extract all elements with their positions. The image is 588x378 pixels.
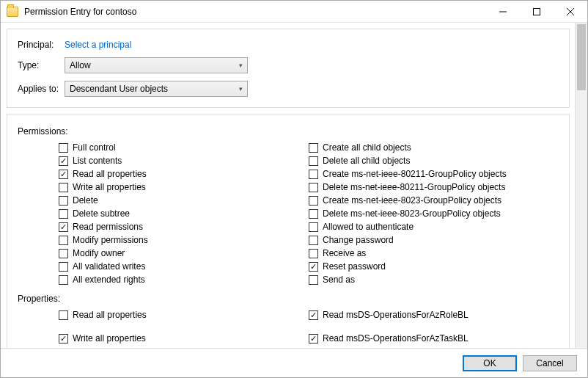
vertical-scrollbar[interactable]	[575, 23, 587, 348]
dialog-footer: OK Cancel	[1, 348, 587, 377]
property-row: Read all properties	[59, 308, 309, 321]
permission-checkbox[interactable]	[309, 262, 318, 272]
permission-row: Delete	[59, 194, 309, 207]
permission-row: Delete ms-net-ieee-8023-GroupPolicy obje…	[309, 207, 559, 220]
permission-label: Modify owner	[73, 248, 125, 258]
type-label: Type:	[18, 60, 65, 70]
property-checkbox[interactable]	[59, 310, 68, 320]
permission-checkbox[interactable]	[309, 249, 318, 258]
permission-checkbox[interactable]	[59, 222, 68, 232]
permission-checkbox[interactable]	[309, 183, 318, 192]
permission-checkbox[interactable]	[309, 222, 318, 232]
permission-checkbox[interactable]	[59, 196, 68, 206]
permission-row: Create ms-net-ieee-8023-GroupPolicy obje…	[309, 194, 559, 207]
permission-row: All extended rights	[59, 273, 309, 286]
close-button[interactable]	[554, 1, 587, 23]
ok-button-label: OK	[483, 358, 496, 368]
permission-checkbox[interactable]	[309, 143, 318, 153]
property-row: Write all properties	[59, 332, 309, 345]
permission-checkbox[interactable]	[59, 209, 68, 219]
chevron-down-icon: ▾	[239, 62, 243, 69]
permission-label: Read permissions	[73, 222, 143, 232]
property-label: Read all properties	[73, 310, 147, 320]
permission-label: Create ms-net-ieee-80211-GroupPolicy obj…	[323, 169, 507, 179]
folder-icon	[7, 7, 18, 17]
permission-row: Reset password	[309, 260, 559, 273]
ok-button[interactable]: OK	[463, 355, 517, 371]
permission-label: Full control	[73, 142, 116, 153]
permission-row: Create all child objects	[309, 141, 559, 154]
permission-row: Read all properties	[59, 167, 309, 181]
permission-label: All extended rights	[73, 275, 145, 285]
svg-rect-1	[534, 8, 540, 15]
permission-row: List contents	[59, 154, 309, 167]
permission-label: Delete ms-net-ieee-80211-GroupPolicy obj…	[323, 182, 505, 192]
permission-label: Write all properties	[73, 182, 146, 192]
permission-checkbox[interactable]	[59, 262, 68, 272]
principal-label: Principal:	[18, 40, 65, 50]
permission-checkbox[interactable]	[309, 275, 318, 285]
permission-row: Change password	[309, 233, 559, 247]
permission-label: List contents	[73, 156, 122, 166]
permission-row: Create ms-net-ieee-80211-GroupPolicy obj…	[309, 167, 559, 181]
permission-checkbox[interactable]	[59, 249, 68, 258]
property-row: Read msDS-OperationsForAzTaskBL	[309, 332, 559, 345]
type-select[interactable]: Allow ▾	[65, 57, 248, 73]
titlebar: Permission Entry for contoso	[1, 1, 587, 23]
principal-panel: Principal: Select a principal Type: Allo…	[7, 29, 570, 108]
permission-label: Delete all child objects	[323, 156, 410, 166]
permission-label: Reset password	[323, 261, 386, 272]
permission-row: Delete subtree	[59, 207, 309, 220]
permission-checkbox[interactable]	[59, 156, 68, 166]
permission-checkbox[interactable]	[59, 170, 68, 179]
permission-checkbox[interactable]	[59, 183, 68, 192]
permission-label: Delete	[73, 195, 98, 206]
client-area: Principal: Select a principal Type: Allo…	[1, 23, 587, 348]
permission-label: Delete ms-net-ieee-8023-GroupPolicy obje…	[323, 208, 501, 219]
permission-row: Read permissions	[59, 220, 309, 233]
permission-checkbox[interactable]	[309, 209, 318, 219]
window-title: Permission Entry for contoso	[24, 7, 136, 17]
permission-label: Send as	[323, 275, 355, 285]
permission-row: Write all properties	[59, 181, 309, 194]
applies-to-select-value: Descendant User objects	[70, 84, 168, 94]
property-label: Write all properties	[73, 333, 146, 344]
permission-row: All validated writes	[59, 260, 309, 273]
permission-row: Delete ms-net-ieee-80211-GroupPolicy obj…	[309, 181, 559, 194]
maximize-button[interactable]	[520, 1, 554, 23]
chevron-down-icon: ▾	[239, 85, 243, 92]
properties-label: Properties:	[18, 294, 559, 304]
cancel-button[interactable]: Cancel	[523, 355, 577, 371]
scrollbar-thumb[interactable]	[577, 24, 586, 90]
permission-label: Read all properties	[73, 169, 147, 179]
type-select-value: Allow	[70, 60, 91, 70]
permission-label: Receive as	[323, 248, 366, 258]
permission-label: All validated writes	[73, 261, 145, 272]
minimize-button[interactable]	[486, 1, 520, 23]
permission-label: Change password	[323, 235, 394, 245]
property-row: Read msDS-OperationsForAzRoleBL	[309, 308, 559, 321]
permission-row: Modify owner	[59, 247, 309, 260]
applies-to-select[interactable]: Descendant User objects ▾	[65, 81, 248, 97]
permission-row: Send as	[309, 273, 559, 286]
property-checkbox[interactable]	[59, 334, 68, 344]
property-label: Read msDS-OperationsForAzTaskBL	[323, 333, 468, 344]
permission-label: Create ms-net-ieee-8023-GroupPolicy obje…	[323, 195, 501, 206]
permission-label: Create all child objects	[323, 142, 411, 153]
applies-to-label: Applies to:	[18, 84, 65, 94]
permission-label: Allowed to authenticate	[323, 222, 414, 232]
permission-label: Modify permissions	[73, 235, 148, 245]
permission-checkbox[interactable]	[59, 236, 68, 245]
permission-checkbox[interactable]	[309, 236, 318, 245]
permission-checkbox[interactable]	[309, 156, 318, 166]
property-label: Read msDS-OperationsForAzRoleBL	[323, 310, 468, 320]
permission-checkbox[interactable]	[309, 170, 318, 179]
permission-checkbox[interactable]	[59, 275, 68, 285]
permission-row: Allowed to authenticate	[309, 220, 559, 233]
select-principal-link[interactable]: Select a principal	[65, 40, 131, 50]
property-checkbox[interactable]	[309, 310, 318, 320]
permission-checkbox[interactable]	[59, 143, 68, 153]
permissions-panel: Permissions: Full controlList contentsRe…	[7, 114, 570, 348]
property-checkbox[interactable]	[309, 334, 318, 344]
permission-checkbox[interactable]	[309, 196, 318, 206]
